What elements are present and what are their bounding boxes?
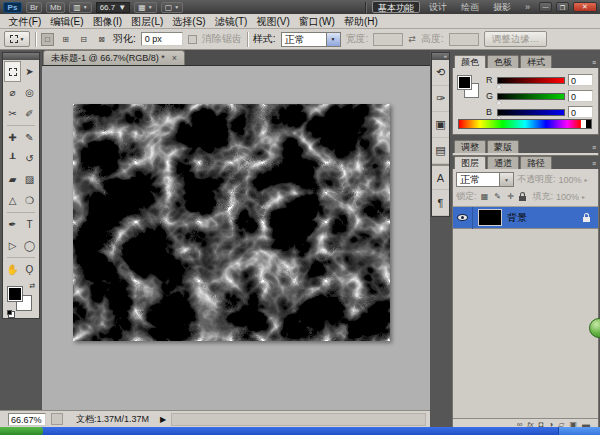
menu-window[interactable]: 窗口(W) (294, 14, 339, 29)
blend-mode-dropdown[interactable]: 正常 ▼ (456, 172, 514, 187)
tool-gradient[interactable]: ▨ (21, 169, 38, 190)
tool-spot-healing[interactable]: ✚ (4, 127, 21, 148)
workspace-overflow-button[interactable]: » (520, 1, 535, 13)
launch-mini-bridge-button[interactable]: Mb (46, 2, 65, 13)
zoom-level-field[interactable]: 66.7▼ (96, 2, 131, 13)
tab-layers[interactable]: 图层 (454, 156, 486, 169)
tool-preset-picker[interactable]: ▼ (4, 31, 30, 47)
tool-crop[interactable]: ✂ (4, 103, 21, 124)
launch-bridge-button[interactable]: Br (26, 2, 42, 13)
workspace-painting-button[interactable]: 绘画 (456, 1, 484, 13)
tab-paths[interactable]: 路径 (520, 156, 552, 169)
foreground-color-swatch[interactable] (8, 287, 22, 301)
subtract-selection-button[interactable]: ⊟ (77, 33, 90, 46)
minimize-button[interactable]: — (539, 2, 552, 12)
status-options-icon[interactable]: ▶ (160, 415, 166, 424)
width-input[interactable] (373, 33, 403, 46)
intersect-selection-button[interactable]: ⊠ (95, 33, 108, 46)
paragraph-panel-button[interactable]: ¶ (432, 190, 449, 216)
panel-menu-icon[interactable]: ≡ (592, 160, 596, 167)
menu-select[interactable]: 选择(S) (168, 14, 210, 29)
menu-file[interactable]: 文件(F) (4, 14, 46, 29)
workspace-design-button[interactable]: 设计 (424, 1, 452, 13)
red-value-input[interactable]: 0 (568, 74, 593, 86)
tab-channels[interactable]: 通道 (487, 156, 519, 169)
refine-edge-button[interactable]: 调整边缘… (484, 31, 548, 47)
tool-history-brush[interactable]: ↺ (21, 148, 38, 169)
tool-zoom[interactable]: Ǫ (21, 259, 38, 280)
tool-brush[interactable]: ✎ (21, 127, 38, 148)
tool-pen[interactable]: ✒ (4, 214, 21, 235)
restore-button[interactable]: ❐ (556, 2, 569, 12)
blue-value-input[interactable]: 0 (568, 106, 593, 118)
red-slider[interactable] (497, 77, 565, 84)
menu-image[interactable]: 图像(I) (88, 14, 126, 29)
tool-path-selection[interactable]: ▷ (4, 235, 21, 256)
tool-eraser[interactable]: ▰ (4, 169, 21, 190)
lock-image-pixels-icon[interactable]: ✎ (493, 192, 503, 201)
layer-comps-panel-button[interactable]: ▤ (432, 138, 449, 164)
antialias-checkbox[interactable] (188, 35, 197, 44)
tool-shape[interactable]: ◯ (21, 235, 38, 256)
opacity-value[interactable]: 100% (559, 175, 582, 185)
close-button[interactable]: ✕ (573, 2, 597, 12)
character-panel-button[interactable]: A (432, 164, 449, 190)
panel-menu-icon[interactable]: ≡ (592, 144, 596, 151)
green-value-input[interactable]: 0 (568, 90, 593, 102)
fill-value[interactable]: 100% (556, 192, 579, 202)
lock-transparent-pixels-icon[interactable]: ▦ (480, 192, 490, 201)
tab-styles[interactable]: 样式 (520, 55, 552, 68)
link-dimensions-icon[interactable]: ⇄ (408, 34, 416, 44)
red-slider-thumb[interactable] (496, 84, 502, 88)
menu-edit[interactable]: 编辑(E) (46, 14, 88, 29)
menu-help[interactable]: 帮助(H) (339, 14, 382, 29)
tool-dodge[interactable]: ❍ (21, 190, 38, 211)
clone-source-panel-button[interactable]: ▣ (432, 112, 449, 138)
tab-swatches[interactable]: 色板 (487, 55, 519, 68)
layer-thumbnail[interactable] (478, 209, 502, 226)
feather-input[interactable]: 0 px (141, 32, 183, 46)
swap-colors-icon[interactable]: ⇄ (29, 282, 35, 290)
screen-mode-button[interactable]: ▢▼ (161, 2, 184, 13)
new-selection-button[interactable]: □ (41, 33, 54, 46)
tool-quick-selection[interactable]: ◎ (21, 82, 38, 103)
tool-hand[interactable]: ✋ (4, 259, 21, 280)
status-zoom-input[interactable]: 66.67% (8, 413, 46, 426)
tab-color[interactable]: 颜色 (454, 55, 486, 68)
panel-foreground-swatch[interactable] (458, 76, 471, 89)
tool-move[interactable]: ➤ (21, 61, 38, 82)
workspace-photography-button[interactable]: 摄影 (488, 1, 516, 13)
toolbox-header[interactable] (3, 53, 39, 60)
canvas-image[interactable] (73, 104, 390, 341)
start-button[interactable] (0, 427, 43, 435)
blue-slider[interactable] (497, 109, 565, 116)
add-to-selection-button[interactable]: ⊞ (59, 33, 72, 46)
close-icon[interactable]: × (172, 54, 177, 63)
collapse-panels-icon[interactable]: « (432, 53, 449, 60)
pasteboard[interactable] (42, 66, 430, 410)
menu-filter[interactable]: 滤镜(T) (210, 14, 252, 29)
tab-adjustments[interactable]: 调整 (454, 140, 486, 153)
height-input[interactable] (449, 33, 479, 46)
panel-menu-icon[interactable]: ≡ (592, 59, 596, 66)
menu-view[interactable]: 视图(V) (252, 14, 294, 29)
view-extras-button[interactable]: ▥▼ (69, 2, 92, 13)
brushes-panel-button[interactable]: ✑ (432, 86, 449, 112)
lock-all-icon[interactable] (519, 196, 526, 201)
tool-rectangular-marquee[interactable] (4, 61, 21, 82)
history-panel-button[interactable]: ⟲ (432, 60, 449, 86)
color-spectrum-ramp[interactable] (458, 119, 592, 129)
tool-type[interactable]: T (21, 214, 38, 235)
arrange-documents-button[interactable]: ▦▼ (134, 2, 157, 13)
layer-list-empty-area[interactable] (453, 229, 598, 418)
style-dropdown[interactable]: 正常 ▼ (281, 32, 341, 47)
horizontal-scrollbar[interactable] (171, 413, 426, 426)
visibility-cell[interactable] (453, 207, 473, 229)
lock-position-icon[interactable]: ✛ (506, 192, 516, 201)
green-slider[interactable] (497, 93, 565, 100)
default-colors-icon[interactable] (7, 310, 12, 315)
tool-eyedropper[interactable]: ✐ (21, 103, 38, 124)
green-slider-thumb[interactable] (496, 100, 502, 104)
tool-lasso[interactable]: ⌀ (4, 82, 21, 103)
tool-clone-stamp[interactable]: ┸ (4, 148, 21, 169)
